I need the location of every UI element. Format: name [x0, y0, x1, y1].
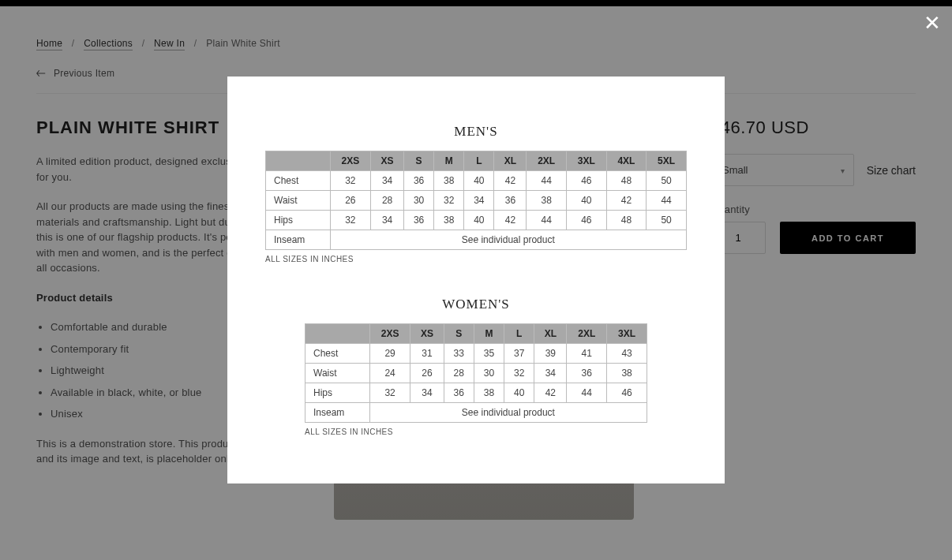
table-row: Inseam See individual product: [305, 403, 647, 423]
mens-chart-title: MEN'S: [265, 124, 687, 140]
units-note: ALL SIZES IN INCHES: [265, 255, 687, 263]
units-note: ALL SIZES IN INCHES: [305, 427, 647, 436]
table-row: Chest 2931333537394143: [305, 344, 647, 364]
table-row: Inseam See individual product: [266, 230, 687, 250]
col-header: S: [444, 324, 474, 344]
col-header: L: [504, 324, 534, 344]
size-chart-modal: MEN'S 2XS XS S M L XL 2XL 3XL 4XL 5XL: [227, 77, 725, 483]
col-header: 4XL: [606, 151, 647, 171]
table-row: Chest 32343638404244464850: [266, 171, 687, 191]
col-header: XL: [494, 151, 527, 171]
col-header: 2XS: [330, 151, 371, 171]
col-header: 2XS: [369, 324, 410, 344]
table-row: Hips 3234363840424446: [305, 383, 647, 403]
mens-size-table: 2XS XS S M L XL 2XL 3XL 4XL 5XL Chest: [265, 151, 687, 250]
col-header: S: [404, 151, 434, 171]
col-header: 2XL: [567, 324, 607, 344]
table-row: Waist 2426283032343638: [305, 364, 647, 383]
col-header: 2XL: [527, 151, 567, 171]
close-icon[interactable]: ✕: [924, 13, 941, 33]
col-header: XS: [371, 151, 404, 171]
col-header: XL: [534, 324, 567, 344]
col-header: 5XL: [647, 151, 687, 171]
womens-chart-title: WOMEN'S: [305, 297, 647, 312]
table-row: Hips 32343638404244464850: [266, 211, 687, 230]
col-header: XS: [410, 324, 444, 344]
modal-overlay[interactable]: ✕ MEN'S 2XS XS S M L XL 2XL 3XL 4XL: [0, 0, 952, 560]
col-header: M: [434, 151, 464, 171]
col-header: 3XL: [567, 151, 607, 171]
col-header: 3XL: [607, 324, 647, 344]
womens-size-table: 2XS XS S M L XL 2XL 3XL Chest 2931333537…: [305, 323, 647, 423]
table-row: Waist 26283032343638404244: [266, 191, 687, 211]
col-header: M: [474, 324, 504, 344]
col-header: L: [464, 151, 494, 171]
